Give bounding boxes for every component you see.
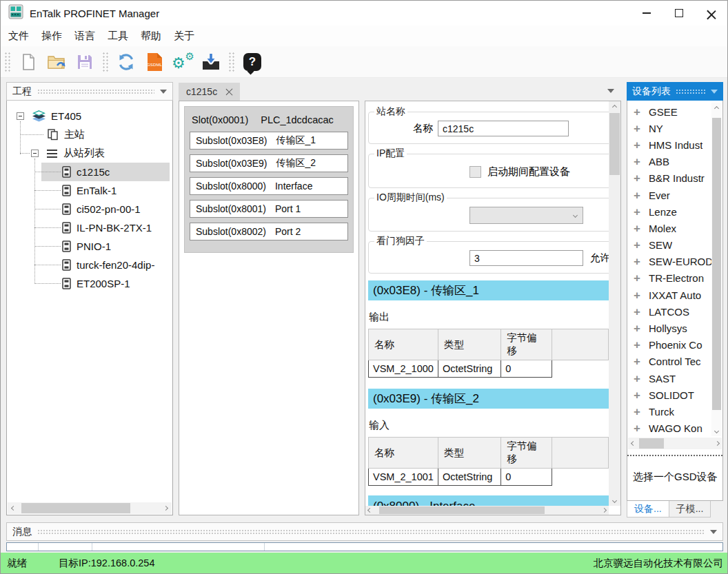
vendor-item[interactable]: + B&R Industr — [627, 170, 722, 187]
vendor-item[interactable]: + Molex — [627, 220, 722, 236]
subslot-row[interactable]: Subslot(0x8000) Interface — [190, 177, 348, 195]
scroll-right-icon[interactable] — [600, 506, 609, 515]
expand-icon[interactable]: + — [634, 106, 643, 118]
panel-drag-handle[interactable] — [37, 89, 154, 94]
scroll-thumb[interactable] — [609, 113, 620, 175]
expand-icon[interactable]: + — [634, 239, 643, 251]
tree-item-slave[interactable]: ET200SP-1 — [7, 274, 172, 293]
slot-header[interactable]: Slot(0x0001) PLC_1dcdcacac — [185, 107, 353, 132]
tab-devices[interactable]: 设备... — [627, 501, 669, 517]
new-file-button[interactable] — [16, 50, 41, 74]
slot-box[interactable]: Slot(0x0001) PLC_1dcdcacac Subslot(0x03E… — [184, 106, 354, 253]
maximize-button[interactable] — [663, 1, 695, 25]
expand-icon[interactable]: + — [634, 322, 643, 334]
panel-drag-handle[interactable] — [37, 529, 705, 535]
table-row[interactable]: VSM_2_1000 OctetString 0 — [369, 360, 609, 378]
vendor-item[interactable]: + Ever — [627, 187, 722, 203]
panel-splitter[interactable] — [627, 455, 722, 456]
vendor-item[interactable]: + Control Tec — [627, 353, 722, 370]
expand-icon[interactable]: + — [634, 373, 643, 385]
vendor-item[interactable]: + TR-Electron — [627, 270, 722, 287]
settings-button[interactable]: ⚙⚙ — [170, 50, 195, 74]
expand-icon[interactable]: + — [634, 123, 643, 134]
watchdog-input[interactable] — [469, 250, 583, 266]
expand-icon[interactable]: + — [634, 356, 643, 367]
vendor-item[interactable]: + LATCOS — [627, 303, 722, 320]
tab-close-icon[interactable] — [225, 88, 232, 95]
vendor-item[interactable]: + Turck — [627, 403, 722, 420]
document-tab[interactable]: c1215c — [179, 83, 240, 101]
subslot-row[interactable]: Subslot(0x03E8) 传输区_1 — [190, 132, 348, 150]
tree-item-slave[interactable]: ci502-pn-00-1 — [7, 200, 172, 218]
subslot-row[interactable]: Subslot(0x8001) Port 1 — [190, 200, 348, 218]
vendor-item[interactable]: + SAST — [627, 370, 722, 387]
expand-icon[interactable]: + — [634, 389, 643, 401]
expand-icon[interactable]: + — [634, 172, 643, 184]
tree-item-root[interactable]: ET405 — [7, 107, 172, 125]
expand-icon[interactable]: + — [634, 306, 643, 318]
panel-drag-handle[interactable] — [676, 89, 706, 94]
scroll-up-icon[interactable] — [609, 101, 620, 112]
tab-list-dropdown-icon[interactable] — [607, 89, 614, 93]
menu-item[interactable]: 操作 — [35, 30, 68, 43]
scroll-left-icon[interactable] — [8, 502, 19, 514]
menu-item[interactable]: 帮助 — [134, 30, 168, 43]
collapse-icon[interactable] — [17, 112, 24, 120]
vendor-item[interactable]: + ABB — [627, 154, 722, 170]
panel-dropdown-icon[interactable] — [710, 530, 717, 534]
menu-item[interactable]: 工具 — [101, 30, 134, 43]
menu-item[interactable]: 关于 — [168, 30, 201, 43]
import-gsdml-button[interactable]: GSDML — [142, 50, 167, 74]
menu-item[interactable]: 文件 — [2, 30, 35, 43]
panel-dropdown-icon[interactable] — [711, 90, 718, 94]
scroll-down-icon[interactable] — [711, 425, 722, 436]
scroll-thumb[interactable] — [639, 438, 664, 449]
device-hscrollbar[interactable] — [628, 438, 722, 449]
expand-icon[interactable]: + — [634, 422, 643, 434]
tree-item-slave[interactable]: EnTalk-1 — [7, 181, 172, 200]
close-button[interactable] — [695, 1, 727, 25]
scroll-left-icon[interactable] — [365, 506, 374, 515]
open-project-button[interactable] — [44, 50, 69, 74]
device-panel-header[interactable]: 设备列表 — [627, 82, 723, 101]
scroll-right-icon[interactable] — [160, 502, 172, 514]
project-panel-header[interactable]: 工程 — [6, 82, 173, 101]
vendor-item[interactable]: + SEW — [627, 237, 722, 254]
expand-icon[interactable]: + — [634, 406, 643, 418]
expand-icon[interactable]: + — [634, 289, 643, 301]
expand-icon[interactable]: + — [634, 272, 643, 284]
vendor-item[interactable]: + GSEE — [627, 103, 722, 120]
panel-dropdown-icon[interactable] — [160, 90, 167, 94]
device-vscrollbar[interactable] — [711, 103, 722, 436]
vendor-item[interactable]: + Hollysys — [627, 320, 722, 336]
expand-icon[interactable]: + — [634, 206, 643, 218]
tree-item-slave[interactable]: PNIO-1 — [7, 237, 172, 256]
save-button[interactable] — [72, 50, 97, 74]
expand-icon[interactable]: + — [634, 156, 643, 167]
config-vscrollbar[interactable] — [609, 101, 620, 506]
scroll-up-icon[interactable] — [711, 103, 722, 114]
vendor-item[interactable]: + NY — [627, 120, 722, 136]
tab-submodules[interactable]: 子模... — [669, 501, 711, 517]
scroll-thumb[interactable] — [712, 118, 721, 410]
collapse-icon[interactable] — [31, 150, 39, 157]
menu-item[interactable]: 语言 — [68, 30, 101, 43]
scroll-right-icon[interactable] — [712, 438, 722, 449]
help-button[interactable]: ? — [240, 50, 265, 74]
vendor-item[interactable]: + SOLIDOT — [627, 387, 722, 403]
config-hscrollbar[interactable] — [365, 506, 609, 515]
vendor-item[interactable]: + Lenze — [627, 203, 722, 220]
vendor-item[interactable]: + HMS Indust — [627, 136, 722, 153]
tree-item-slave-list[interactable]: 从站列表 — [7, 144, 172, 163]
expand-icon[interactable]: + — [634, 339, 643, 351]
scroll-down-icon[interactable] — [609, 495, 620, 506]
table-row[interactable]: VSM_2_1001 OctetString 0 — [369, 469, 609, 486]
minimize-button[interactable] — [630, 1, 663, 25]
configure-at-startup-checkbox[interactable] — [469, 166, 481, 178]
vendor-item[interactable]: + IXXAT Auto — [627, 287, 722, 303]
refresh-button[interactable] — [114, 50, 139, 74]
vendor-item[interactable]: + Phoenix Co — [627, 337, 722, 353]
tree-item-slave[interactable]: turck-fen20-4dip- — [7, 256, 172, 274]
subslot-row[interactable]: Subslot(0x8002) Port 2 — [190, 223, 348, 240]
expand-icon[interactable]: + — [634, 223, 643, 234]
